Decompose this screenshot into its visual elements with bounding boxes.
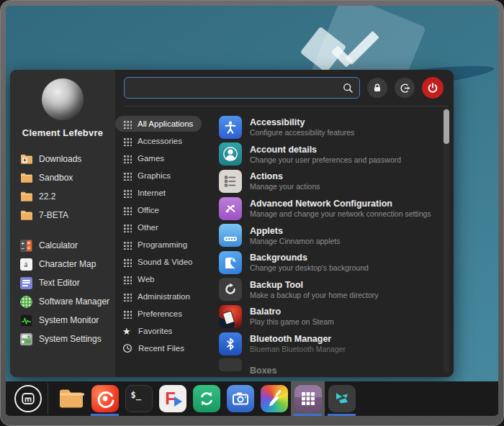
category-sound-video[interactable]: Sound & Video (115, 253, 212, 271)
sidebar-item-downloads[interactable]: Downloads (10, 150, 115, 168)
app-title: Actions (250, 171, 320, 182)
app-title: Boxes (250, 366, 277, 376)
apps-scrollbar[interactable] (444, 108, 449, 373)
sidebar-item-calculator[interactable]: +−×= Calculator (10, 236, 115, 255)
taskbar-warpinator[interactable] (325, 381, 359, 416)
category-internet[interactable]: Internet (115, 184, 212, 201)
sidebar-item-character-map[interactable]: á Character Map (10, 255, 115, 273)
logout-button[interactable] (395, 78, 415, 98)
grid-icon (122, 171, 132, 181)
category-recent-files[interactable]: Recent Files (115, 340, 212, 357)
category-graphics[interactable]: Graphics (115, 167, 212, 184)
grid-icon (122, 309, 132, 319)
category-label: Graphics (138, 171, 171, 180)
app-row-backgrounds[interactable]: BackgroundsChange your desktop's backgro… (219, 249, 441, 276)
camera-icon (227, 385, 254, 412)
sidebar-item-22-2[interactable]: 22.2 (10, 187, 115, 206)
category-other[interactable]: Other (115, 219, 212, 236)
category-label: All Applications (138, 119, 193, 128)
search-box[interactable] (124, 77, 360, 99)
grid-icon (122, 258, 132, 267)
boxes-icon (219, 358, 242, 371)
taskbar-f-play-app[interactable]: F (156, 381, 189, 416)
taskbar-terminal[interactable]: $_ (122, 381, 156, 416)
mint-menu-button[interactable] (14, 385, 42, 412)
mint-menu-popup: Clement Lefebvre Downloads Sandbox 22.2 (10, 70, 454, 377)
app-row-account-details[interactable]: Account detailsChange your user preferen… (219, 141, 441, 168)
menu-header (115, 70, 454, 106)
app-subtitle: Manage your actions (250, 182, 320, 191)
category-web[interactable]: Web (115, 271, 212, 288)
app-title: Backup Tool (250, 280, 379, 291)
category-label: Web (138, 275, 154, 284)
backup-tool-icon (219, 278, 242, 301)
system-settings-icon (19, 332, 32, 345)
grid-icon (122, 275, 132, 284)
desktop: Clement Lefebvre Downloads Sandbox 22.2 (6, 6, 498, 416)
linux-mint-logo-icon (20, 391, 36, 407)
app-row-bluetooth-manager[interactable]: Bluetooth ManagerBlueman Bluetooth Manag… (219, 330, 441, 358)
sidebar-item-system-settings[interactable]: System Settings (10, 330, 115, 348)
app-title: Advanced Network Configuration (250, 199, 431, 209)
category-office[interactable]: Office (115, 201, 212, 219)
category-all-applications[interactable]: All Applications (115, 115, 212, 132)
sidebar-spacer (10, 225, 115, 236)
scrollbar-thumb[interactable] (444, 109, 449, 144)
category-games[interactable]: Games (115, 150, 212, 167)
firefox-icon (91, 385, 119, 412)
category-programming[interactable]: Programming (115, 236, 212, 253)
taskbar-drawing-app[interactable] (257, 381, 291, 416)
app-row-applets[interactable]: AppletsManage Cinnamon applets (219, 222, 441, 249)
logout-icon (400, 83, 410, 94)
app-row-accessibility[interactable]: AccessibilityConfigure accessibility fea… (219, 114, 441, 141)
app-row-balatro[interactable]: BalatroPlay this game on Steam (219, 303, 441, 330)
lock-icon (372, 83, 382, 93)
category-accessories[interactable]: Accessories (115, 132, 212, 150)
open-window-indicator (328, 414, 356, 416)
folder-icon (19, 209, 32, 222)
sidebar-item-text-editor[interactable]: Text Editor (10, 273, 115, 292)
grid-icon (122, 189, 132, 198)
sync-arrows-icon (193, 385, 220, 412)
search-icon (343, 83, 354, 94)
power-button[interactable] (422, 77, 444, 99)
app-row-advanced-network-configuration[interactable]: Advanced Network ConfigurationManage and… (219, 195, 441, 222)
taskbar-firefox[interactable] (88, 381, 122, 416)
grid-icon (122, 154, 132, 163)
sidebar-item-label: 22.2 (39, 191, 55, 201)
app-row-boxes[interactable]: Boxes (219, 357, 441, 377)
category-label: Office (138, 206, 159, 214)
sidebar-item-software-manager[interactable]: Software Manager (10, 292, 115, 311)
balatro-icon (219, 305, 242, 328)
taskbar-screenshot-tool[interactable] (223, 381, 257, 416)
category-favorites[interactable]: ★Favorites (115, 322, 212, 340)
app-title: Backgrounds (250, 253, 369, 263)
app-title: Bluetooth Manager (250, 334, 346, 345)
calculator-icon: +−×= (19, 239, 32, 252)
sidebar-item-7-beta[interactable]: 7-BETA (10, 206, 115, 225)
terminal-icon: $_ (125, 385, 153, 412)
lock-button[interactable] (367, 78, 387, 98)
search-input[interactable] (130, 83, 343, 93)
app-title: Applets (250, 226, 341, 237)
menu-main: All Applications Accessories Games Graph… (115, 70, 454, 377)
sidebar-item-sandbox[interactable]: Sandbox (10, 168, 115, 187)
taskbar-app-grid[interactable] (291, 381, 325, 416)
category-label: Games (138, 154, 164, 163)
app-row-backup-tool[interactable]: Backup ToolMake a backup of your home di… (219, 276, 441, 304)
category-administration[interactable]: Administration (115, 288, 212, 305)
category-preferences[interactable]: Preferences (115, 305, 212, 322)
category-list: All Applications Accessories Games Graph… (115, 106, 212, 377)
taskbar-file-manager[interactable] (54, 381, 88, 416)
category-label: Sound & Video (138, 258, 193, 266)
app-row-actions[interactable]: ActionsManage your actions (219, 168, 441, 195)
folder-icon (58, 385, 85, 412)
sidebar-item-label: Downloads (39, 154, 81, 164)
applets-icon (219, 224, 242, 247)
folder-icon (19, 171, 32, 184)
taskbar-sync-app[interactable] (189, 381, 223, 416)
app-subtitle: Configure accessibility features (250, 128, 354, 137)
avatar[interactable] (42, 78, 84, 120)
paintbrush-icon (261, 385, 288, 412)
sidebar-item-system-monitor[interactable]: System Monitor (10, 311, 115, 330)
